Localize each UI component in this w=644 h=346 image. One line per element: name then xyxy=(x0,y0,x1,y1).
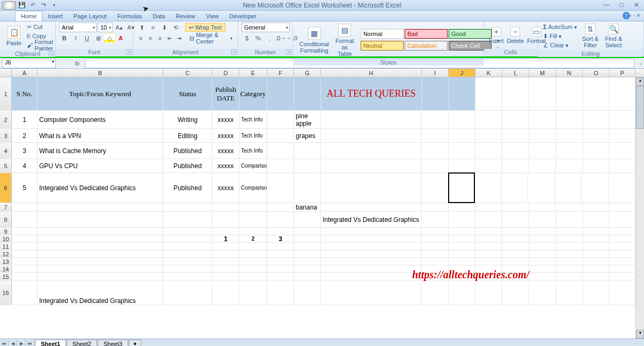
merge-center-button[interactable]: ⊟Merge & Center ▾ xyxy=(187,34,235,42)
align-middle-icon[interactable]: ≡ xyxy=(148,23,158,32)
autosum-button[interactable]: Σ AutoSum ▾ xyxy=(541,23,579,31)
cell-E10[interactable]: 2 xyxy=(239,235,267,242)
cell-F4[interactable] xyxy=(267,143,294,158)
cell-K8[interactable] xyxy=(475,212,502,227)
cell-A10[interactable] xyxy=(12,235,38,242)
cell-I7[interactable] xyxy=(422,203,449,211)
cell-A8[interactable] xyxy=(12,212,38,227)
cell-B4[interactable]: What is Cache Memory xyxy=(38,143,163,158)
cell-M6[interactable] xyxy=(528,173,555,203)
cell-K5[interactable] xyxy=(475,159,502,172)
cell-E15[interactable] xyxy=(239,273,267,280)
qat-customize-icon[interactable]: ▾ xyxy=(49,1,59,10)
cell-L15[interactable] xyxy=(502,273,529,280)
cell-B3[interactable]: What is a VPN xyxy=(38,129,163,142)
cell-J13[interactable] xyxy=(449,258,475,265)
cell-B11[interactable] xyxy=(38,243,163,250)
cell-H16[interactable] xyxy=(321,280,422,305)
row-header-15[interactable]: 15 xyxy=(0,273,12,280)
first-sheet-button[interactable]: ⏮ xyxy=(0,340,9,347)
cell-I3[interactable] xyxy=(422,129,449,142)
cell-N13[interactable] xyxy=(556,258,583,265)
cell-N9[interactable] xyxy=(556,228,583,235)
indent-increase-icon[interactable]: ⇥ xyxy=(174,33,184,43)
cell-L14[interactable] xyxy=(502,265,529,272)
cell-H7[interactable] xyxy=(321,203,422,211)
cell-P8[interactable] xyxy=(610,212,635,227)
cell-A1[interactable]: S No. xyxy=(12,77,38,110)
cell-I1[interactable] xyxy=(422,77,449,110)
cell-B13[interactable] xyxy=(38,258,163,265)
cell-K16[interactable] xyxy=(475,280,502,305)
cell-B8[interactable] xyxy=(38,212,163,227)
cell-F10[interactable]: 3 xyxy=(267,235,294,242)
alignment-launcher[interactable]: ↘ xyxy=(231,49,237,55)
minimize-button[interactable]: — xyxy=(601,1,612,9)
cell-L13[interactable] xyxy=(502,258,529,265)
italic-button[interactable]: I xyxy=(70,33,81,43)
name-box[interactable]: J6 xyxy=(2,59,56,68)
cell-C16[interactable] xyxy=(163,280,213,305)
cell-K14[interactable] xyxy=(475,265,502,272)
cell-D9[interactable] xyxy=(213,228,239,235)
cell-A6[interactable]: 5 xyxy=(12,173,38,203)
row-header-9[interactable]: 9 xyxy=(0,228,12,235)
undo-icon[interactable]: ↶ xyxy=(28,1,38,10)
cell-B2[interactable]: Computer Components xyxy=(38,111,163,128)
cell-G7[interactable]: banana xyxy=(294,203,321,211)
col-header-E[interactable]: E xyxy=(239,69,267,77)
cell-M15[interactable] xyxy=(529,273,556,280)
cell-C12[interactable] xyxy=(163,250,213,257)
cell-C3[interactable]: Editing xyxy=(163,129,213,142)
cell-I14[interactable] xyxy=(422,265,449,272)
cell-E1[interactable]: Category xyxy=(239,77,267,110)
cell-M8[interactable] xyxy=(529,212,556,227)
font-color-button[interactable]: A xyxy=(115,33,126,43)
cell-H8[interactable]: Integrated Vs Dedicated Graphics xyxy=(321,212,422,227)
cell-M7[interactable] xyxy=(529,203,556,211)
cell-J16[interactable] xyxy=(449,280,475,305)
cell-J10[interactable] xyxy=(449,235,475,242)
cell-P16[interactable] xyxy=(610,280,635,305)
paste-button[interactable]: 📋Paste xyxy=(3,25,25,47)
cell-style-calculation[interactable]: Calculation xyxy=(405,41,448,51)
cell-P11[interactable] xyxy=(610,243,635,250)
bold-button[interactable]: B xyxy=(59,33,70,43)
cell-N10[interactable] xyxy=(556,235,583,242)
cell-O8[interactable] xyxy=(583,212,610,227)
row-header-5[interactable]: 5 xyxy=(0,159,12,172)
cell-N7[interactable] xyxy=(556,203,583,211)
cell-C4[interactable]: Published xyxy=(163,143,213,158)
cell-I8[interactable] xyxy=(422,212,449,227)
cell-A4[interactable]: 3 xyxy=(12,143,38,158)
cell-O9[interactable] xyxy=(583,228,610,235)
prev-sheet-button[interactable]: ◀ xyxy=(9,340,17,347)
cell-K6[interactable] xyxy=(474,173,501,203)
cell-M11[interactable] xyxy=(529,243,556,250)
cell-O7[interactable] xyxy=(583,203,610,211)
cell-D14[interactable] xyxy=(213,265,239,272)
cell-G1[interactable] xyxy=(294,77,321,110)
cell-I9[interactable] xyxy=(422,228,449,235)
sheet-tab-sheet3[interactable]: Sheet3 xyxy=(98,340,128,347)
cell-L7[interactable] xyxy=(502,203,529,211)
col-header-M[interactable]: M xyxy=(529,69,556,77)
sheet-tab-sheet2[interactable]: Sheet2 xyxy=(67,340,97,347)
cell-E2[interactable]: Tech Info xyxy=(239,111,267,128)
col-header-G[interactable]: G xyxy=(294,69,321,77)
cell-F9[interactable] xyxy=(267,228,294,235)
cell-L1[interactable] xyxy=(502,77,529,110)
cell-L5[interactable] xyxy=(502,159,529,172)
cell-K1[interactable] xyxy=(475,77,502,110)
cell-L11[interactable] xyxy=(502,243,529,250)
cell-A3[interactable]: 2 xyxy=(12,129,38,142)
format-painter-button[interactable]: 🖌Format Painter xyxy=(25,41,55,49)
row-header-4[interactable]: 4 xyxy=(0,143,12,158)
cell-G12[interactable] xyxy=(294,250,321,257)
cell-N16[interactable] xyxy=(556,280,583,305)
cell-I2[interactable] xyxy=(422,111,449,128)
cell-F2[interactable] xyxy=(267,111,294,128)
cell-N12[interactable] xyxy=(556,250,583,257)
cell-H1[interactable]: ALL TECH QUERIES xyxy=(321,77,422,110)
align-left-icon[interactable]: ≡ xyxy=(136,33,145,43)
